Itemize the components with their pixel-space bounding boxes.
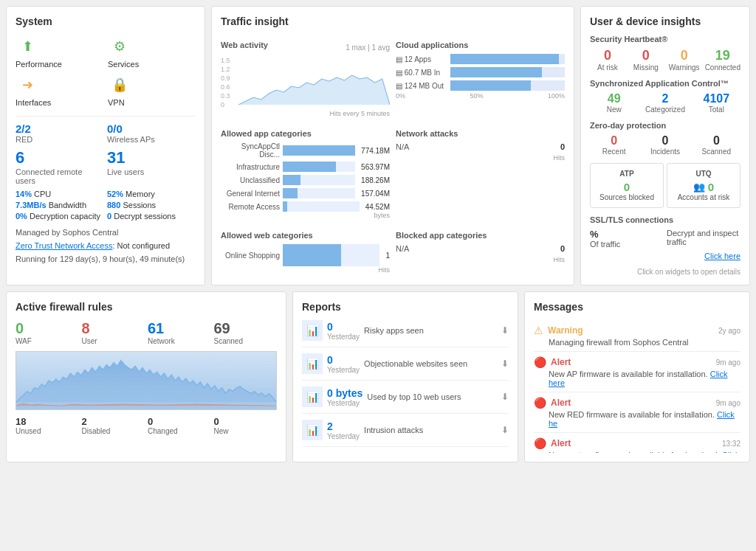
fw-user-label: User <box>82 337 145 345</box>
report-icon-0: 📊 <box>302 320 323 341</box>
web-bar-outer-0 <box>283 244 379 266</box>
live-stat: 31 Live users <box>107 148 196 185</box>
web-activity-axis: 1 max | 1 avg <box>346 44 390 52</box>
hb-missing-label: Missing <box>628 63 664 72</box>
na-value-0: 0 <box>560 142 565 151</box>
allowed-bar-label-2: Unclassified <box>221 176 280 184</box>
network-attacks-area: N/A 0 <box>396 142 565 151</box>
allowed-bar-value-3: 157.04M <box>361 190 390 198</box>
sync-new-value: 49 <box>590 92 638 105</box>
web-bar-0: Online Shopping 1 <box>221 244 390 266</box>
fw-new-label: New <box>214 427 278 435</box>
red-stat: 2/2 RED <box>16 122 104 144</box>
click-widgets-note: Click on widgets to open details <box>590 268 740 276</box>
report-val-3: 2 <box>327 420 360 432</box>
ztna-link[interactable]: Zero Trust Network Access <box>16 241 112 250</box>
sync-categorized: 2 Categorized <box>641 92 689 114</box>
allowed-bar-inner-0 <box>283 145 355 156</box>
firewall-chart-svg <box>16 352 276 409</box>
allowed-bar-value-1: 563.97M <box>361 163 390 171</box>
system-title: System <box>16 15 196 27</box>
report-arrow-2: ⬇ <box>501 392 509 402</box>
web-activity-chart: 1.51.20.90.60.30 <box>221 57 390 108</box>
cloud-apps-bars: ▤ 12 Apps ▤ 60.7 MB In ▤ 124 MB Out <box>396 54 565 91</box>
atp-label: ATP <box>597 170 657 178</box>
report-desc-3: Intrusion attacks <box>364 426 423 434</box>
utq-box[interactable]: UTQ 👥 0 Accounts at risk <box>667 163 740 208</box>
performance-item[interactable]: ⬆ Performance <box>16 35 103 69</box>
fw-user: 8 User <box>82 320 145 345</box>
cloud-bar-inner-2 <box>450 80 531 91</box>
report-item-2[interactable]: 📊 0 bytes Yesterday Used by top 10 web u… <box>302 387 509 414</box>
fw-changed: 0 Changed <box>148 416 211 435</box>
blocked-label-0: N/A <box>396 244 409 253</box>
interfaces-item[interactable]: ➜ Interfaces <box>16 73 103 107</box>
allowed-bar-inner-2 <box>283 175 300 185</box>
zd-incidents: 0 Incidents <box>641 134 689 156</box>
allowed-bar-label-3: General Internet <box>221 190 280 198</box>
ssl-inspect-label: Decrypt and inspect traffic <box>667 229 738 246</box>
allowed-bar-2: Unclassified 188.26M <box>221 175 390 185</box>
blocked-row-0: N/A 0 <box>396 244 565 253</box>
fw-unused: 18 Unused <box>16 416 79 435</box>
perf-row-2: 7.3MB/s Bandwidth 880 Sessions <box>16 201 196 209</box>
report-info-2: 0 bytes Yesterday <box>327 387 362 407</box>
msg-title-0: Warning <box>548 325 583 336</box>
report-desc-0: Risky apps seen <box>364 326 424 335</box>
sync-app-section: Synchronized Application Control™ 49 New… <box>590 79 740 114</box>
atp-box[interactable]: ATP 0 Sources blocked <box>590 163 664 208</box>
msg-body-0: Managing firewall from Sophos Central <box>534 338 740 347</box>
firewall-panel: Active firewall rules 0 WAF 8 User 61 Ne… <box>6 291 286 462</box>
fw-waf-label: WAF <box>16 337 79 345</box>
messages-title: Messages <box>534 301 740 313</box>
report-arrow-1: ⬇ <box>501 358 509 369</box>
msg-header-2: 🔴 Alert 9m ago <box>534 397 740 409</box>
cpu-value: 14% <box>16 190 32 198</box>
report-item-0[interactable]: 📊 0 Yesterday Risky apps seen ⬇ <box>302 320 509 347</box>
msg-body-3: New system firmware is available for dow… <box>534 451 740 453</box>
decrypt-cap-value: 0% <box>16 212 27 221</box>
ssl-pct: % Of traffic <box>590 229 664 249</box>
sync-new-label: New <box>590 105 638 114</box>
traffic-panel: Traffic insight Web activity 1 max | 1 a… <box>211 6 574 285</box>
fw-new-value: 0 <box>214 416 278 427</box>
allowed-bar-value-2: 188.26M <box>361 176 390 184</box>
web-activity-section: Web activity 1 max | 1 avg 1.51.20.90.60… <box>221 41 390 117</box>
allowed-bar-label-1: Infrastructure <box>221 163 280 171</box>
msg-header-1: 🔴 Alert 9m ago <box>534 356 740 368</box>
messages-list: ⚠ Warning 2y ago Managing firewall from … <box>534 320 740 453</box>
allowed-web-cats-bars: Online Shopping 1 <box>221 244 390 266</box>
report-info-1: 0 Yesterday <box>327 354 360 374</box>
sync-cat-value: 2 <box>641 92 689 105</box>
decrypt-sess-value: 0 <box>107 212 111 221</box>
services-item[interactable]: ⚙ Services <box>108 35 196 69</box>
ssl-pct-val: % <box>590 229 664 240</box>
mem-label: Memory <box>126 190 155 198</box>
cpu-label: CPU <box>34 190 51 198</box>
allowed-app-cats-section: Allowed app categories SyncAppCtl Disc..… <box>221 129 390 219</box>
perf-row-3: 0% Decryption capacity 0 Decrypt session… <box>16 212 196 221</box>
blocked-app-axis: Hits <box>396 256 565 263</box>
click-here-link[interactable]: Click here <box>590 252 740 260</box>
report-item-1[interactable]: 📊 0 Yesterday Objectionable websites see… <box>302 353 509 381</box>
na-label-0: N/A <box>396 142 409 151</box>
msg-time-0: 2y ago <box>718 327 740 335</box>
report-item-3[interactable]: 📊 2 Yesterday Intrusion attacks ⬇ <box>302 420 509 447</box>
vpn-item[interactable]: 🔒 VPN <box>108 73 196 107</box>
zero-day-section: Zero-day protection 0 Recent 0 Incidents… <box>590 121 740 156</box>
web-bar-label-0: Online Shopping <box>221 252 280 260</box>
allowed-bar-inner-1 <box>283 162 336 172</box>
cloud-bar-1: ▤ 60.7 MB In <box>396 67 565 77</box>
running-time: Running for 129 day(s), 9 hour(s), 49 mi… <box>16 254 196 263</box>
cloud-bar-2: ▤ 124 MB Out <box>396 80 565 91</box>
allowed-web-cats-section: Allowed web categories Online Shopping 1… <box>221 231 390 274</box>
vpn-label: VPN <box>108 98 125 107</box>
bw-value: 7.3MB/s <box>16 201 47 209</box>
report-desc-1: Objectionable websites seen <box>364 359 467 368</box>
report-val-0: 0 <box>327 321 360 333</box>
msg-0: ⚠ Warning 2y ago Managing firewall from … <box>534 320 740 352</box>
hb-connected-label: Connected <box>705 63 740 72</box>
allowed-bar-4: Remote Access 44.52M <box>221 201 390 212</box>
allowed-bar-label-4: Remote Access <box>221 203 280 211</box>
blocked-value-0: 0 <box>560 244 565 253</box>
